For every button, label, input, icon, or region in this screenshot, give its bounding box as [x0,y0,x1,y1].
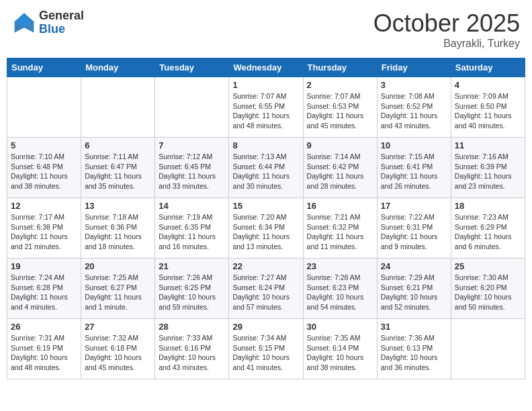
day-31: 31Sunrise: 7:36 AM Sunset: 6:13 PM Dayli… [377,319,451,379]
day-21: 21Sunrise: 7:26 AM Sunset: 6:25 PM Dayli… [155,259,229,319]
day-number-20: 20 [85,261,151,271]
day-info-17: Sunrise: 7:22 AM Sunset: 6:31 PM Dayligh… [381,212,447,252]
day-25: 25Sunrise: 7:30 AM Sunset: 6:20 PM Dayli… [451,259,525,319]
title-block: October 2025 Bayrakli, Turkey [373,9,520,50]
day-number-1: 1 [232,80,299,90]
header-tuesday: Tuesday [155,58,229,77]
day-17: 17Sunrise: 7:22 AM Sunset: 6:31 PM Dayli… [377,198,451,259]
day-info-31: Sunrise: 7:36 AM Sunset: 6:13 PM Dayligh… [381,333,447,373]
day-info-6: Sunrise: 7:11 AM Sunset: 6:47 PM Dayligh… [85,152,151,191]
day-10: 10Sunrise: 7:15 AM Sunset: 6:41 PM Dayli… [377,138,451,198]
day-info-5: Sunrise: 7:10 AM Sunset: 6:48 PM Dayligh… [11,152,77,191]
day-number-22: 22 [232,261,299,271]
day-info-4: Sunrise: 7:09 AM Sunset: 6:50 PM Dayligh… [455,91,521,131]
day-number-25: 25 [455,261,521,271]
logo: General Blue [12,9,84,36]
calendar-header-row: SundayMondayTuesdayWednesdayThursdayFrid… [7,58,525,77]
day-info-15: Sunrise: 7:20 AM Sunset: 6:34 PM Dayligh… [232,212,299,252]
day-number-23: 23 [307,261,373,271]
day-number-16: 16 [307,201,373,211]
day-info-29: Sunrise: 7:34 AM Sunset: 6:15 PM Dayligh… [232,333,299,373]
day-info-11: Sunrise: 7:16 AM Sunset: 6:39 PM Dayligh… [455,152,521,191]
day-24: 24Sunrise: 7:29 AM Sunset: 6:21 PM Dayli… [377,259,451,319]
day-16: 16Sunrise: 7:21 AM Sunset: 6:32 PM Dayli… [303,198,377,259]
day-6: 6Sunrise: 7:11 AM Sunset: 6:47 PM Daylig… [81,138,155,198]
day-info-12: Sunrise: 7:17 AM Sunset: 6:38 PM Dayligh… [11,212,77,252]
day-23: 23Sunrise: 7:28 AM Sunset: 6:23 PM Dayli… [303,259,377,319]
day-2: 2Sunrise: 7:07 AM Sunset: 6:53 PM Daylig… [303,77,377,138]
day-info-20: Sunrise: 7:25 AM Sunset: 6:27 PM Dayligh… [85,273,151,312]
day-info-13: Sunrise: 7:18 AM Sunset: 6:36 PM Dayligh… [85,212,151,252]
day-number-19: 19 [11,261,77,271]
day-number-11: 11 [455,140,521,150]
day-number-12: 12 [11,201,77,211]
day-number-28: 28 [159,322,225,332]
day-number-8: 8 [232,140,299,150]
logo-text: General Blue [39,9,84,36]
day-info-18: Sunrise: 7:23 AM Sunset: 6:29 PM Dayligh… [455,212,521,252]
day-number-2: 2 [307,80,373,90]
day-19: 19Sunrise: 7:24 AM Sunset: 6:28 PM Dayli… [7,259,81,319]
day-28: 28Sunrise: 7:33 AM Sunset: 6:16 PM Dayli… [155,319,229,379]
day-info-7: Sunrise: 7:12 AM Sunset: 6:45 PM Dayligh… [159,152,225,191]
day-info-22: Sunrise: 7:27 AM Sunset: 6:24 PM Dayligh… [232,273,299,312]
day-number-5: 5 [11,140,77,150]
day-number-18: 18 [455,201,521,211]
day-info-27: Sunrise: 7:32 AM Sunset: 6:18 PM Dayligh… [85,333,151,373]
header-friday: Friday [377,58,451,77]
day-30: 30Sunrise: 7:35 AM Sunset: 6:14 PM Dayli… [303,319,377,379]
calendar-table: SundayMondayTuesdayWednesdayThursdayFrid… [7,58,525,379]
day-number-17: 17 [381,201,447,211]
day-info-14: Sunrise: 7:19 AM Sunset: 6:35 PM Dayligh… [159,212,225,252]
day-number-26: 26 [11,322,77,332]
day-11: 11Sunrise: 7:16 AM Sunset: 6:39 PM Dayli… [451,138,525,198]
day-info-10: Sunrise: 7:15 AM Sunset: 6:41 PM Dayligh… [381,152,447,191]
day-8: 8Sunrise: 7:13 AM Sunset: 6:44 PM Daylig… [229,138,303,198]
week-row-1: 5Sunrise: 7:10 AM Sunset: 6:48 PM Daylig… [7,138,525,198]
day-18: 18Sunrise: 7:23 AM Sunset: 6:29 PM Dayli… [451,198,525,259]
day-14: 14Sunrise: 7:19 AM Sunset: 6:35 PM Dayli… [155,198,229,259]
logo-general: General [39,9,84,23]
day-info-19: Sunrise: 7:24 AM Sunset: 6:28 PM Dayligh… [11,273,77,312]
empty-cell [7,77,81,138]
day-13: 13Sunrise: 7:18 AM Sunset: 6:36 PM Dayli… [81,198,155,259]
empty-cell [451,319,525,379]
day-29: 29Sunrise: 7:34 AM Sunset: 6:15 PM Dayli… [229,319,303,379]
day-number-6: 6 [85,140,151,150]
day-7: 7Sunrise: 7:12 AM Sunset: 6:45 PM Daylig… [155,138,229,198]
day-info-24: Sunrise: 7:29 AM Sunset: 6:21 PM Dayligh… [381,273,447,312]
day-info-21: Sunrise: 7:26 AM Sunset: 6:25 PM Dayligh… [159,273,225,312]
day-20: 20Sunrise: 7:25 AM Sunset: 6:27 PM Dayli… [81,259,155,319]
week-row-4: 26Sunrise: 7:31 AM Sunset: 6:19 PM Dayli… [7,319,525,379]
day-info-2: Sunrise: 7:07 AM Sunset: 6:53 PM Dayligh… [307,91,373,131]
day-26: 26Sunrise: 7:31 AM Sunset: 6:19 PM Dayli… [7,319,81,379]
header-thursday: Thursday [303,58,377,77]
month-title: October 2025 [373,9,520,38]
day-number-24: 24 [381,261,447,271]
header-monday: Monday [81,58,155,77]
day-15: 15Sunrise: 7:20 AM Sunset: 6:34 PM Dayli… [229,198,303,259]
empty-cell [81,77,155,138]
day-number-7: 7 [159,140,225,150]
day-info-25: Sunrise: 7:30 AM Sunset: 6:20 PM Dayligh… [455,273,521,312]
day-3: 3Sunrise: 7:08 AM Sunset: 6:52 PM Daylig… [377,77,451,138]
day-info-1: Sunrise: 7:07 AM Sunset: 6:55 PM Dayligh… [232,91,299,131]
day-info-28: Sunrise: 7:33 AM Sunset: 6:16 PM Dayligh… [159,333,225,373]
empty-cell [155,77,229,138]
day-info-26: Sunrise: 7:31 AM Sunset: 6:19 PM Dayligh… [11,333,77,373]
day-info-30: Sunrise: 7:35 AM Sunset: 6:14 PM Dayligh… [307,333,373,373]
day-9: 9Sunrise: 7:14 AM Sunset: 6:42 PM Daylig… [303,138,377,198]
day-number-3: 3 [381,80,447,90]
day-info-8: Sunrise: 7:13 AM Sunset: 6:44 PM Dayligh… [232,152,299,191]
day-5: 5Sunrise: 7:10 AM Sunset: 6:48 PM Daylig… [7,138,81,198]
day-1: 1Sunrise: 7:07 AM Sunset: 6:55 PM Daylig… [229,77,303,138]
day-info-23: Sunrise: 7:28 AM Sunset: 6:23 PM Dayligh… [307,273,373,312]
day-number-27: 27 [85,322,151,332]
day-number-9: 9 [307,140,373,150]
day-number-15: 15 [232,201,299,211]
header-saturday: Saturday [451,58,525,77]
day-27: 27Sunrise: 7:32 AM Sunset: 6:18 PM Dayli… [81,319,155,379]
logo-blue: Blue [39,23,84,36]
day-number-10: 10 [381,140,447,150]
day-number-29: 29 [232,322,299,332]
